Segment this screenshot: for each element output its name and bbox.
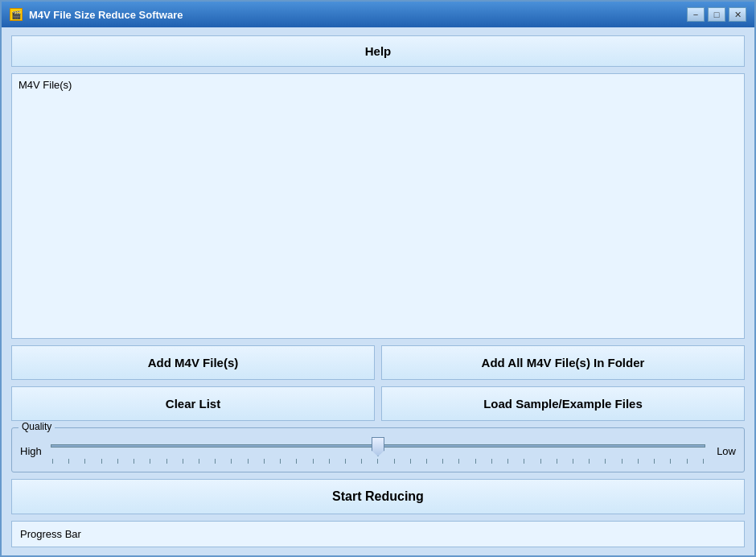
slider-tick <box>638 459 639 464</box>
progress-bar-label: Progress Bar <box>20 528 81 540</box>
clear-list-button[interactable]: Clear List <box>11 386 375 421</box>
slider-ticks <box>51 459 705 464</box>
slider-tick <box>475 459 476 464</box>
title-controls: − □ ✕ <box>687 7 746 22</box>
slider-tick <box>296 459 297 464</box>
slider-tick <box>134 459 134 464</box>
slider-tick <box>605 459 606 464</box>
quality-slider[interactable] <box>51 438 705 454</box>
slider-tick <box>540 459 541 464</box>
slider-tick <box>670 459 671 464</box>
slider-tick <box>345 459 346 464</box>
slider-tick <box>329 459 330 464</box>
slider-tick <box>84 459 85 464</box>
slider-tick <box>442 459 443 464</box>
slider-tick <box>377 459 378 464</box>
close-button[interactable]: ✕ <box>729 7 746 22</box>
app-icon: 🎬 <box>10 8 23 21</box>
add-files-button[interactable]: Add M4V File(s) <box>11 345 375 380</box>
window-title: M4V File Size Reduce Software <box>29 9 183 21</box>
file-list-label: M4V File(s) <box>15 77 741 93</box>
quality-low-label: Low <box>713 445 736 457</box>
help-button[interactable]: Help <box>11 35 745 67</box>
slider-tick <box>248 459 249 464</box>
slider-tick <box>231 459 232 464</box>
file-list-container: M4V File(s) <box>11 73 745 339</box>
quality-legend: Quality <box>18 421 55 432</box>
slider-tick <box>52 459 53 464</box>
slider-tick <box>264 459 265 464</box>
slider-tick <box>68 459 69 464</box>
slider-tick <box>394 459 395 464</box>
slider-tick <box>589 459 590 464</box>
start-reducing-button[interactable]: Start Reducing <box>11 479 745 514</box>
slider-tick <box>280 459 281 464</box>
slider-tick <box>654 459 655 464</box>
buttons-row-1: Add M4V File(s) Add All M4V File(s) In F… <box>11 345 745 380</box>
slider-tick <box>183 459 183 464</box>
slider-tick <box>117 459 118 464</box>
slider-tick <box>410 459 411 464</box>
quality-high-label: High <box>20 445 43 457</box>
slider-tick <box>557 459 557 464</box>
file-list-textarea[interactable] <box>15 93 741 331</box>
title-bar-left: 🎬 M4V File Size Reduce Software <box>10 8 183 21</box>
slider-tick <box>458 459 459 464</box>
slider-tick <box>507 459 508 464</box>
quality-slider-row: High Low <box>20 438 736 464</box>
slider-tick <box>361 459 362 464</box>
slider-tick <box>703 459 704 464</box>
slider-tick <box>426 459 427 464</box>
main-window: 🎬 M4V File Size Reduce Software − □ ✕ He… <box>0 0 756 557</box>
add-folder-button[interactable]: Add All M4V File(s) In Folder <box>381 345 745 380</box>
load-sample-button[interactable]: Load Sample/Example Files <box>381 386 745 421</box>
maximize-button[interactable]: □ <box>708 7 725 22</box>
slider-tick <box>215 459 216 464</box>
slider-tick <box>573 459 573 464</box>
slider-tick <box>166 459 167 464</box>
slider-wrapper <box>51 438 705 464</box>
slider-tick <box>524 459 524 464</box>
content-area: Help M4V File(s) Add M4V File(s) Add All… <box>2 27 754 555</box>
slider-tick <box>313 459 314 464</box>
slider-tick <box>101 459 102 464</box>
slider-tick <box>687 459 688 464</box>
slider-tick <box>150 459 150 464</box>
quality-section: Quality High Low <box>11 427 745 472</box>
buttons-row-2: Clear List Load Sample/Example Files <box>11 386 745 421</box>
slider-tick <box>622 459 622 464</box>
slider-tick <box>199 459 199 464</box>
progress-bar-container: Progress Bar <box>11 521 745 547</box>
minimize-button[interactable]: − <box>687 7 705 22</box>
title-bar: 🎬 M4V File Size Reduce Software − □ ✕ <box>2 2 754 27</box>
slider-tick <box>491 459 492 464</box>
